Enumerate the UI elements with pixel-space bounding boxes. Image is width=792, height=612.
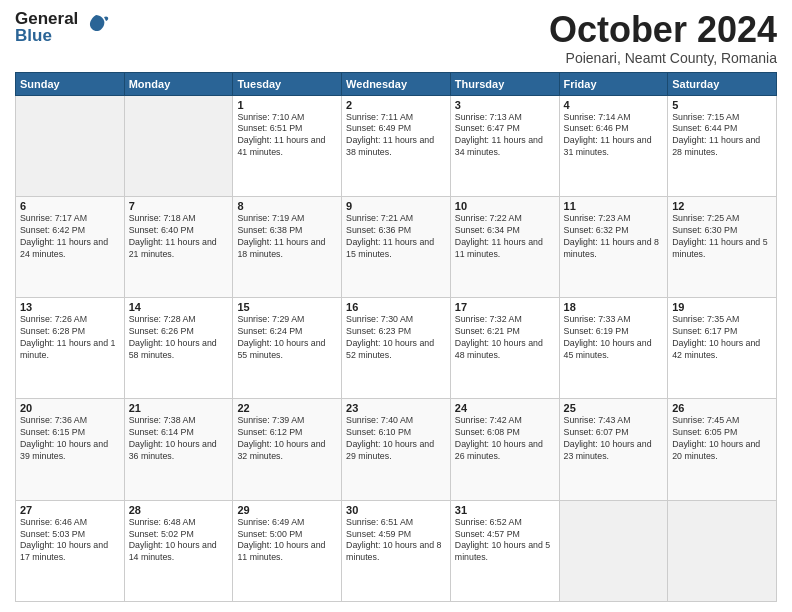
calendar-cell	[124, 95, 233, 196]
day-number: 8	[237, 200, 337, 212]
day-info: Sunrise: 7:25 AMSunset: 6:30 PMDaylight:…	[672, 213, 772, 261]
calendar-week-row: 1Sunrise: 7:10 AMSunset: 6:51 PMDaylight…	[16, 95, 777, 196]
calendar-cell: 30Sunrise: 6:51 AMSunset: 4:59 PMDayligh…	[342, 500, 451, 601]
day-number: 11	[564, 200, 664, 212]
day-number: 5	[672, 99, 772, 111]
day-number: 28	[129, 504, 229, 516]
calendar-cell: 28Sunrise: 6:48 AMSunset: 5:02 PMDayligh…	[124, 500, 233, 601]
day-number: 15	[237, 301, 337, 313]
calendar-cell: 13Sunrise: 7:26 AMSunset: 6:28 PMDayligh…	[16, 298, 125, 399]
logo-general: General	[15, 10, 78, 27]
day-number: 21	[129, 402, 229, 414]
day-number: 31	[455, 504, 555, 516]
day-number: 20	[20, 402, 120, 414]
weekday-header-monday: Monday	[124, 72, 233, 95]
calendar-week-row: 20Sunrise: 7:36 AMSunset: 6:15 PMDayligh…	[16, 399, 777, 500]
day-info: Sunrise: 7:13 AMSunset: 6:47 PMDaylight:…	[455, 112, 555, 160]
calendar-week-row: 13Sunrise: 7:26 AMSunset: 6:28 PMDayligh…	[16, 298, 777, 399]
day-info: Sunrise: 7:22 AMSunset: 6:34 PMDaylight:…	[455, 213, 555, 261]
calendar-cell	[559, 500, 668, 601]
day-number: 4	[564, 99, 664, 111]
day-number: 25	[564, 402, 664, 414]
page: General Blue October 2024 Poienari, Neam…	[0, 0, 792, 612]
day-number: 22	[237, 402, 337, 414]
day-number: 12	[672, 200, 772, 212]
day-number: 16	[346, 301, 446, 313]
day-number: 26	[672, 402, 772, 414]
calendar-cell: 22Sunrise: 7:39 AMSunset: 6:12 PMDayligh…	[233, 399, 342, 500]
day-info: Sunrise: 6:48 AMSunset: 5:02 PMDaylight:…	[129, 517, 229, 565]
calendar-week-row: 6Sunrise: 7:17 AMSunset: 6:42 PMDaylight…	[16, 196, 777, 297]
day-info: Sunrise: 7:19 AMSunset: 6:38 PMDaylight:…	[237, 213, 337, 261]
day-info: Sunrise: 7:38 AMSunset: 6:14 PMDaylight:…	[129, 415, 229, 463]
day-info: Sunrise: 7:29 AMSunset: 6:24 PMDaylight:…	[237, 314, 337, 362]
day-number: 23	[346, 402, 446, 414]
calendar-cell: 4Sunrise: 7:14 AMSunset: 6:46 PMDaylight…	[559, 95, 668, 196]
day-number: 7	[129, 200, 229, 212]
subtitle: Poienari, Neamt County, Romania	[549, 50, 777, 66]
calendar-cell: 17Sunrise: 7:32 AMSunset: 6:21 PMDayligh…	[450, 298, 559, 399]
day-info: Sunrise: 6:49 AMSunset: 5:00 PMDaylight:…	[237, 517, 337, 565]
day-number: 2	[346, 99, 446, 111]
day-number: 14	[129, 301, 229, 313]
day-number: 24	[455, 402, 555, 414]
calendar-cell: 12Sunrise: 7:25 AMSunset: 6:30 PMDayligh…	[668, 196, 777, 297]
weekday-header-wednesday: Wednesday	[342, 72, 451, 95]
day-info: Sunrise: 6:46 AMSunset: 5:03 PMDaylight:…	[20, 517, 120, 565]
day-info: Sunrise: 7:43 AMSunset: 6:07 PMDaylight:…	[564, 415, 664, 463]
day-info: Sunrise: 7:42 AMSunset: 6:08 PMDaylight:…	[455, 415, 555, 463]
month-title: October 2024	[549, 10, 777, 50]
calendar-cell: 31Sunrise: 6:52 AMSunset: 4:57 PMDayligh…	[450, 500, 559, 601]
calendar-cell: 24Sunrise: 7:42 AMSunset: 6:08 PMDayligh…	[450, 399, 559, 500]
calendar-cell: 23Sunrise: 7:40 AMSunset: 6:10 PMDayligh…	[342, 399, 451, 500]
day-info: Sunrise: 7:21 AMSunset: 6:36 PMDaylight:…	[346, 213, 446, 261]
day-info: Sunrise: 7:26 AMSunset: 6:28 PMDaylight:…	[20, 314, 120, 362]
title-area: October 2024 Poienari, Neamt County, Rom…	[549, 10, 777, 66]
day-info: Sunrise: 7:28 AMSunset: 6:26 PMDaylight:…	[129, 314, 229, 362]
calendar-table: SundayMondayTuesdayWednesdayThursdayFrid…	[15, 72, 777, 602]
day-info: Sunrise: 7:23 AMSunset: 6:32 PMDaylight:…	[564, 213, 664, 261]
calendar-cell: 16Sunrise: 7:30 AMSunset: 6:23 PMDayligh…	[342, 298, 451, 399]
calendar-cell: 20Sunrise: 7:36 AMSunset: 6:15 PMDayligh…	[16, 399, 125, 500]
day-info: Sunrise: 7:36 AMSunset: 6:15 PMDaylight:…	[20, 415, 120, 463]
day-info: Sunrise: 6:51 AMSunset: 4:59 PMDaylight:…	[346, 517, 446, 565]
calendar-cell: 27Sunrise: 6:46 AMSunset: 5:03 PMDayligh…	[16, 500, 125, 601]
calendar-cell: 7Sunrise: 7:18 AMSunset: 6:40 PMDaylight…	[124, 196, 233, 297]
day-number: 10	[455, 200, 555, 212]
day-info: Sunrise: 7:10 AMSunset: 6:51 PMDaylight:…	[237, 112, 337, 160]
day-number: 9	[346, 200, 446, 212]
logo-bird-icon	[82, 11, 110, 39]
day-number: 6	[20, 200, 120, 212]
calendar-cell: 10Sunrise: 7:22 AMSunset: 6:34 PMDayligh…	[450, 196, 559, 297]
weekday-header-thursday: Thursday	[450, 72, 559, 95]
day-info: Sunrise: 7:39 AMSunset: 6:12 PMDaylight:…	[237, 415, 337, 463]
day-info: Sunrise: 7:17 AMSunset: 6:42 PMDaylight:…	[20, 213, 120, 261]
logo: General Blue	[15, 10, 110, 44]
calendar-cell: 26Sunrise: 7:45 AMSunset: 6:05 PMDayligh…	[668, 399, 777, 500]
day-number: 13	[20, 301, 120, 313]
day-number: 3	[455, 99, 555, 111]
day-number: 19	[672, 301, 772, 313]
weekday-header-sunday: Sunday	[16, 72, 125, 95]
logo-blue: Blue	[15, 27, 78, 44]
calendar-cell: 5Sunrise: 7:15 AMSunset: 6:44 PMDaylight…	[668, 95, 777, 196]
calendar-cell: 6Sunrise: 7:17 AMSunset: 6:42 PMDaylight…	[16, 196, 125, 297]
calendar-week-row: 27Sunrise: 6:46 AMSunset: 5:03 PMDayligh…	[16, 500, 777, 601]
calendar-cell: 8Sunrise: 7:19 AMSunset: 6:38 PMDaylight…	[233, 196, 342, 297]
weekday-header-saturday: Saturday	[668, 72, 777, 95]
calendar-cell: 21Sunrise: 7:38 AMSunset: 6:14 PMDayligh…	[124, 399, 233, 500]
day-number: 18	[564, 301, 664, 313]
day-info: Sunrise: 7:30 AMSunset: 6:23 PMDaylight:…	[346, 314, 446, 362]
calendar-cell: 3Sunrise: 7:13 AMSunset: 6:47 PMDaylight…	[450, 95, 559, 196]
calendar-cell: 9Sunrise: 7:21 AMSunset: 6:36 PMDaylight…	[342, 196, 451, 297]
day-info: Sunrise: 7:33 AMSunset: 6:19 PMDaylight:…	[564, 314, 664, 362]
day-info: Sunrise: 7:32 AMSunset: 6:21 PMDaylight:…	[455, 314, 555, 362]
calendar-cell: 1Sunrise: 7:10 AMSunset: 6:51 PMDaylight…	[233, 95, 342, 196]
calendar-cell: 15Sunrise: 7:29 AMSunset: 6:24 PMDayligh…	[233, 298, 342, 399]
day-number: 1	[237, 99, 337, 111]
calendar-cell: 29Sunrise: 6:49 AMSunset: 5:00 PMDayligh…	[233, 500, 342, 601]
day-info: Sunrise: 7:14 AMSunset: 6:46 PMDaylight:…	[564, 112, 664, 160]
day-info: Sunrise: 7:35 AMSunset: 6:17 PMDaylight:…	[672, 314, 772, 362]
calendar-cell: 11Sunrise: 7:23 AMSunset: 6:32 PMDayligh…	[559, 196, 668, 297]
calendar-cell: 25Sunrise: 7:43 AMSunset: 6:07 PMDayligh…	[559, 399, 668, 500]
